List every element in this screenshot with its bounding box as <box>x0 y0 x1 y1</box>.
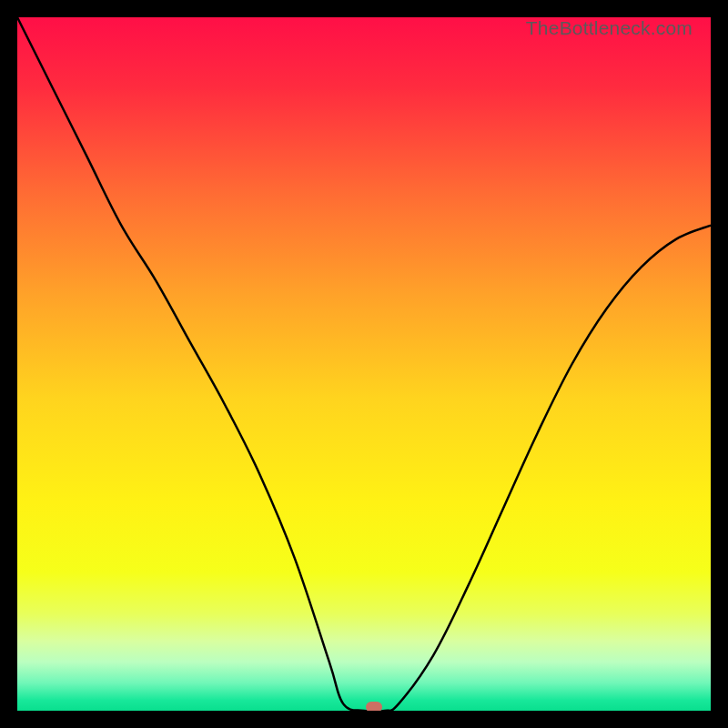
bottleneck-marker <box>366 702 382 711</box>
chart-container: TheBottleneck.com <box>0 0 728 728</box>
watermark-text: TheBottleneck.com <box>526 17 693 39</box>
plot-area: TheBottleneck.com <box>17 17 711 711</box>
bottleneck-curve <box>17 17 711 711</box>
